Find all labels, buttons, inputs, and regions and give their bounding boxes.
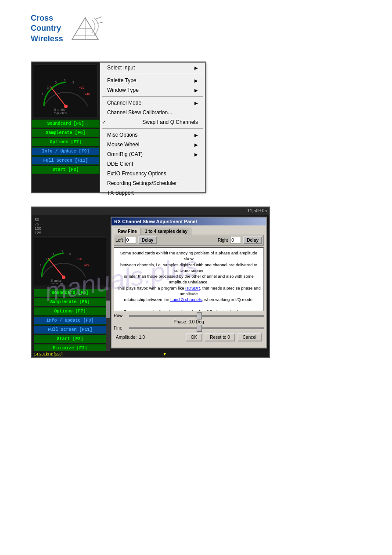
btn-info-1[interactable]: Info / Update [F9] <box>32 147 100 156</box>
screenshot1: 1 3 5 7 9 +20 +40 S-units Squelch Soundc… <box>31 62 206 193</box>
btn-minimize-2[interactable]: Minimize [F3] <box>34 344 106 351</box>
right-label: Right <box>218 238 228 243</box>
amplitude-value: 1.0 <box>139 335 145 340</box>
right-value-input[interactable] <box>230 237 241 243</box>
logo-icon <box>68 15 103 42</box>
fine-slider-row: Fine <box>114 326 264 330</box>
svg-text:1: 1 <box>42 93 43 96</box>
raw-slider-row: Raw <box>114 313 264 318</box>
menu-sep-2 <box>102 96 203 97</box>
btn-start-1[interactable]: Start [F2] <box>32 166 100 174</box>
svg-text:1: 1 <box>40 264 41 267</box>
menu-select-input[interactable]: Select Input <box>100 63 205 73</box>
menu-dde-client[interactable]: DDE Client <box>100 159 205 169</box>
fine-label: Fine <box>114 326 127 330</box>
menu-palette-type[interactable]: Palette Type <box>100 76 205 85</box>
menu-omnirig[interactable]: OmniRig (CAT) <box>100 149 205 159</box>
raw-slider-track[interactable] <box>129 315 264 317</box>
svg-text:9: 9 <box>72 81 74 84</box>
amplitude-label: Amplitude: <box>116 335 137 340</box>
menu-extio[interactable]: ExtIO Frequency Options <box>100 169 205 178</box>
menu-recording[interactable]: Recording Settings/Scheduler <box>100 178 205 188</box>
left-panel-2-buttons: Soundcard [F5] Samplerate [F6] Options [… <box>34 289 106 351</box>
btn-soundcard-2[interactable]: Soundcard [F5] <box>34 289 106 297</box>
svg-text:Squelch: Squelch <box>50 282 63 284</box>
svg-point-27 <box>62 276 65 279</box>
left-delay-btn[interactable]: Delay <box>138 236 157 244</box>
svg-text:7: 7 <box>64 79 65 82</box>
smeter-area-2: 1 3 5 7 9 +20 +40 S-units Squelch <box>34 238 106 286</box>
tab-1to4[interactable]: 1 to 4 samples delay <box>141 228 191 235</box>
fine-slider-track[interactable] <box>129 327 264 329</box>
menu-window-type[interactable]: Window Type <box>100 85 205 95</box>
menu-channel-mode[interactable]: Channel Mode <box>100 98 205 108</box>
svg-text:+20: +20 <box>77 258 82 261</box>
delay-controls-row: Left Delay Right Delay <box>114 235 264 246</box>
tab-row: Raw Fine 1 to 4 samples delay <box>114 228 264 235</box>
menu-tx-support[interactable]: TX Support <box>100 188 205 198</box>
btn-samplerate-2[interactable]: Samplerate [F6] <box>34 298 106 306</box>
btn-options-2[interactable]: Options [F7] <box>34 307 106 316</box>
smeter-area-1: 1 3 5 7 9 +20 +40 S-units Squelch <box>34 65 97 117</box>
svg-text:+40: +40 <box>85 93 90 96</box>
menu-channel-skew[interactable]: Channel Skew Calibration... <box>100 108 205 117</box>
svg-text:3: 3 <box>47 86 49 89</box>
ok-button[interactable]: OK <box>186 333 202 341</box>
svg-text:9: 9 <box>69 252 71 255</box>
svg-rect-18 <box>35 240 105 284</box>
left-panel-2: 5075100125 1 3 5 7 9 +20 +40 S-units Squ… <box>32 214 108 351</box>
screenshot2: 11,509.05 5075100125 1 3 5 7 9 +20 +40 <box>31 207 270 358</box>
logo-area: Cross Country Wireless <box>31 13 103 44</box>
svg-text:+20: +20 <box>79 86 84 89</box>
svg-text:Squelch: Squelch <box>54 111 67 115</box>
svg-text:+40: +40 <box>83 264 89 267</box>
svg-text:3: 3 <box>45 258 47 261</box>
dialog-content: Raw Fine 1 to 4 samples delay Left Delay… <box>111 225 266 348</box>
svg-line-5 <box>98 22 103 23</box>
menu-sep-3 <box>102 128 203 129</box>
menu-sep-1 <box>102 74 203 74</box>
menu-misc-options[interactable]: Misc Options <box>100 130 205 140</box>
menu-mouse-wheel[interactable]: Mouse Wheel <box>100 140 205 149</box>
freq-bar-indicator: ▼ <box>163 352 167 356</box>
btn-samplerate-1[interactable]: Samplerate [F6] <box>32 129 100 137</box>
reset-button[interactable]: Reset to 0 <box>205 333 235 341</box>
left-value-input[interactable] <box>125 237 136 243</box>
bottom-controls: Amplitude: 1.0 OK Reset to 0 Cancel <box>114 332 264 343</box>
dialog-panel: RX Channel Skew Adjustment Panel Raw Fin… <box>111 217 267 348</box>
right-delay-btn[interactable]: Delay <box>243 236 262 244</box>
freq-scale: 5075100125 <box>34 217 106 236</box>
dialog-titlebar: RX Channel Skew Adjustment Panel <box>111 218 266 225</box>
btn-fullscreen-1[interactable]: Full Screen [F11] <box>32 156 100 165</box>
left-label: Left <box>115 238 123 243</box>
smeter-svg-2: 1 3 5 7 9 +20 +40 S-units Squelch <box>35 240 105 284</box>
freq-bar-left: 14.201kHz [553] <box>34 352 63 356</box>
phase-label: Phase: 0.0 Deg <box>114 319 264 324</box>
logo-text: Cross Country Wireless <box>31 13 63 44</box>
svg-text:5: 5 <box>55 81 57 84</box>
svg-line-4 <box>96 17 102 19</box>
status-bar-top: 11,509.05 <box>32 207 269 214</box>
svg-text:5: 5 <box>53 252 54 255</box>
freq-bar: 14.201kHz [553] ▼ <box>32 351 269 357</box>
dialog-title: RX Channel Skew Adjustment Panel <box>114 219 197 224</box>
btn-options-1[interactable]: Options [F7] <box>32 138 100 146</box>
tab-raw-fine[interactable]: Raw Fine <box>114 228 141 235</box>
btn-info-2[interactable]: Info / Update [F9] <box>34 316 106 325</box>
description-box: Some sound cards exhibit the annoying pr… <box>114 247 264 311</box>
raw-label: Raw <box>114 313 127 318</box>
smeter-svg-1: 1 3 5 7 9 +20 +40 S-units Squelch <box>37 67 94 115</box>
btn-soundcard-1[interactable]: Soundcard [F5] <box>32 120 100 128</box>
cancel-button[interactable]: Cancel <box>237 333 262 341</box>
left-panel-1: 1 3 5 7 9 +20 +40 S-units Squelch Soundc… <box>32 62 100 192</box>
context-menu: Select Input Palette Type Window Type Ch… <box>100 62 205 192</box>
btn-fullscreen-2[interactable]: Full Screen [F11] <box>34 326 106 334</box>
btn-start-2[interactable]: Start [F2] <box>34 335 106 343</box>
menu-swap-iq[interactable]: Swap I and Q Channels <box>100 117 205 127</box>
